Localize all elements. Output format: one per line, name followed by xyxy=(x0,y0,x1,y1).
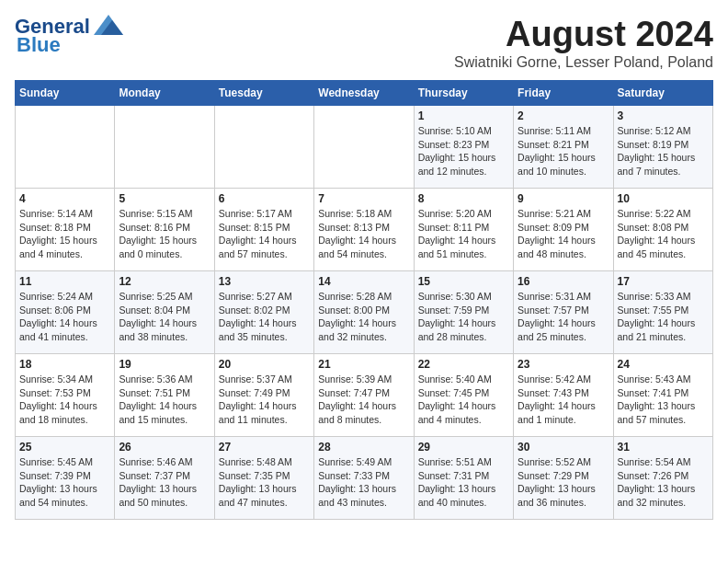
day-number: 7 xyxy=(318,192,409,205)
col-header-thursday: Thursday xyxy=(414,81,513,106)
subtitle: Swiatniki Gorne, Lesser Poland, Poland xyxy=(454,54,713,71)
day-info: Sunrise: 5:14 AM Sunset: 8:18 PM Dayligh… xyxy=(19,207,110,261)
day-number: 20 xyxy=(219,358,310,371)
calendar-cell: 15Sunrise: 5:30 AM Sunset: 7:59 PM Dayli… xyxy=(414,271,513,354)
calendar-cell: 17Sunrise: 5:33 AM Sunset: 7:55 PM Dayli… xyxy=(613,271,712,354)
logo-icon xyxy=(94,15,123,35)
col-header-sunday: Sunday xyxy=(16,81,115,106)
calendar-cell: 27Sunrise: 5:48 AM Sunset: 7:35 PM Dayli… xyxy=(214,437,313,520)
day-info: Sunrise: 5:21 AM Sunset: 8:09 PM Dayligh… xyxy=(518,207,609,261)
calendar-cell: 30Sunrise: 5:52 AM Sunset: 7:29 PM Dayli… xyxy=(514,437,613,520)
calendar-cell: 29Sunrise: 5:51 AM Sunset: 7:31 PM Dayli… xyxy=(414,437,513,520)
day-number: 21 xyxy=(318,358,409,371)
day-number: 1 xyxy=(418,109,509,122)
calendar-cell: 18Sunrise: 5:34 AM Sunset: 7:53 PM Dayli… xyxy=(16,354,115,437)
day-number: 26 xyxy=(119,441,210,454)
calendar-cell xyxy=(16,106,115,189)
calendar-cell: 19Sunrise: 5:36 AM Sunset: 7:51 PM Dayli… xyxy=(115,354,214,437)
day-info: Sunrise: 5:45 AM Sunset: 7:39 PM Dayligh… xyxy=(19,455,110,510)
calendar-week-3: 11Sunrise: 5:24 AM Sunset: 8:06 PM Dayli… xyxy=(16,271,713,354)
calendar-cell: 7Sunrise: 5:18 AM Sunset: 8:13 PM Daylig… xyxy=(314,189,414,271)
calendar-cell: 21Sunrise: 5:39 AM Sunset: 7:47 PM Dayli… xyxy=(314,354,414,437)
col-header-tuesday: Tuesday xyxy=(214,81,313,106)
calendar-cell: 9Sunrise: 5:21 AM Sunset: 8:09 PM Daylig… xyxy=(514,189,613,271)
day-info: Sunrise: 5:24 AM Sunset: 8:06 PM Dayligh… xyxy=(19,290,110,344)
day-number: 10 xyxy=(618,192,709,205)
day-info: Sunrise: 5:33 AM Sunset: 7:55 PM Dayligh… xyxy=(618,290,709,344)
main-title: August 2024 xyxy=(454,15,713,54)
day-info: Sunrise: 5:28 AM Sunset: 8:00 PM Dayligh… xyxy=(318,290,409,344)
calendar-cell xyxy=(314,106,414,189)
calendar-cell: 25Sunrise: 5:45 AM Sunset: 7:39 PM Dayli… xyxy=(16,437,115,520)
calendar-cell xyxy=(115,106,214,189)
day-number: 14 xyxy=(318,275,409,288)
day-number: 15 xyxy=(418,275,509,288)
day-number: 11 xyxy=(19,275,110,288)
calendar-cell: 28Sunrise: 5:49 AM Sunset: 7:33 PM Dayli… xyxy=(314,437,414,520)
day-info: Sunrise: 5:11 AM Sunset: 8:21 PM Dayligh… xyxy=(518,124,609,178)
day-number: 4 xyxy=(19,192,110,205)
calendar-cell: 3Sunrise: 5:12 AM Sunset: 8:19 PM Daylig… xyxy=(613,106,712,189)
day-info: Sunrise: 5:18 AM Sunset: 8:13 PM Dayligh… xyxy=(318,207,409,261)
day-info: Sunrise: 5:51 AM Sunset: 7:31 PM Dayligh… xyxy=(418,455,509,510)
day-number: 8 xyxy=(418,192,509,205)
calendar-cell: 14Sunrise: 5:28 AM Sunset: 8:00 PM Dayli… xyxy=(314,271,414,354)
calendar-week-4: 18Sunrise: 5:34 AM Sunset: 7:53 PM Dayli… xyxy=(16,354,713,437)
calendar-cell: 12Sunrise: 5:25 AM Sunset: 8:04 PM Dayli… xyxy=(115,271,214,354)
day-info: Sunrise: 5:30 AM Sunset: 7:59 PM Dayligh… xyxy=(418,290,509,344)
calendar-week-2: 4Sunrise: 5:14 AM Sunset: 8:18 PM Daylig… xyxy=(16,189,713,271)
day-info: Sunrise: 5:27 AM Sunset: 8:02 PM Dayligh… xyxy=(219,290,310,344)
day-number: 22 xyxy=(418,358,509,371)
day-info: Sunrise: 5:10 AM Sunset: 8:23 PM Dayligh… xyxy=(418,124,509,178)
title-area: August 2024 Swiatniki Gorne, Lesser Pola… xyxy=(454,15,713,71)
calendar-cell: 8Sunrise: 5:20 AM Sunset: 8:11 PM Daylig… xyxy=(414,189,513,271)
day-number: 31 xyxy=(618,441,709,454)
col-header-saturday: Saturday xyxy=(613,81,712,106)
day-info: Sunrise: 5:36 AM Sunset: 7:51 PM Dayligh… xyxy=(119,373,210,427)
day-number: 23 xyxy=(518,358,609,371)
calendar-cell: 1Sunrise: 5:10 AM Sunset: 8:23 PM Daylig… xyxy=(414,106,513,189)
day-info: Sunrise: 5:34 AM Sunset: 7:53 PM Dayligh… xyxy=(19,373,110,427)
day-info: Sunrise: 5:43 AM Sunset: 7:41 PM Dayligh… xyxy=(618,373,709,427)
day-number: 9 xyxy=(518,192,609,205)
day-info: Sunrise: 5:54 AM Sunset: 7:26 PM Dayligh… xyxy=(618,455,709,510)
col-header-friday: Friday xyxy=(514,81,613,106)
day-number: 5 xyxy=(119,192,210,205)
day-info: Sunrise: 5:22 AM Sunset: 8:08 PM Dayligh… xyxy=(618,207,709,261)
calendar-cell: 26Sunrise: 5:46 AM Sunset: 7:37 PM Dayli… xyxy=(115,437,214,520)
day-number: 13 xyxy=(219,275,310,288)
day-number: 25 xyxy=(19,441,110,454)
calendar-cell: 23Sunrise: 5:42 AM Sunset: 7:43 PM Dayli… xyxy=(514,354,613,437)
day-info: Sunrise: 5:15 AM Sunset: 8:16 PM Dayligh… xyxy=(119,207,210,261)
day-number: 18 xyxy=(19,358,110,371)
calendar-cell: 2Sunrise: 5:11 AM Sunset: 8:21 PM Daylig… xyxy=(514,106,613,189)
day-number: 12 xyxy=(119,275,210,288)
header: General Blue August 2024 Swiatniki Gorne… xyxy=(15,15,713,71)
calendar-cell: 16Sunrise: 5:31 AM Sunset: 7:57 PM Dayli… xyxy=(514,271,613,354)
day-number: 30 xyxy=(518,441,609,454)
day-number: 16 xyxy=(518,275,609,288)
day-number: 17 xyxy=(618,275,709,288)
calendar-cell: 13Sunrise: 5:27 AM Sunset: 8:02 PM Dayli… xyxy=(214,271,313,354)
calendar-cell: 11Sunrise: 5:24 AM Sunset: 8:06 PM Dayli… xyxy=(16,271,115,354)
calendar-cell: 22Sunrise: 5:40 AM Sunset: 7:45 PM Dayli… xyxy=(414,354,513,437)
day-number: 27 xyxy=(219,441,310,454)
calendar-cell: 6Sunrise: 5:17 AM Sunset: 8:15 PM Daylig… xyxy=(214,189,313,271)
day-number: 29 xyxy=(418,441,509,454)
day-info: Sunrise: 5:25 AM Sunset: 8:04 PM Dayligh… xyxy=(119,290,210,344)
day-info: Sunrise: 5:31 AM Sunset: 7:57 PM Dayligh… xyxy=(518,290,609,344)
day-info: Sunrise: 5:52 AM Sunset: 7:29 PM Dayligh… xyxy=(518,455,609,510)
calendar-cell: 10Sunrise: 5:22 AM Sunset: 8:08 PM Dayli… xyxy=(613,189,712,271)
day-info: Sunrise: 5:48 AM Sunset: 7:35 PM Dayligh… xyxy=(219,455,310,510)
logo-text-blue: Blue xyxy=(17,33,61,57)
day-info: Sunrise: 5:49 AM Sunset: 7:33 PM Dayligh… xyxy=(318,455,409,510)
calendar-week-5: 25Sunrise: 5:45 AM Sunset: 7:39 PM Dayli… xyxy=(16,437,713,520)
col-header-monday: Monday xyxy=(115,81,214,106)
day-number: 3 xyxy=(618,109,709,122)
calendar-cell: 5Sunrise: 5:15 AM Sunset: 8:16 PM Daylig… xyxy=(115,189,214,271)
day-number: 2 xyxy=(518,109,609,122)
col-header-wednesday: Wednesday xyxy=(314,81,414,106)
calendar-table: SundayMondayTuesdayWednesdayThursdayFrid… xyxy=(15,80,713,520)
day-info: Sunrise: 5:20 AM Sunset: 8:11 PM Dayligh… xyxy=(418,207,509,261)
day-info: Sunrise: 5:46 AM Sunset: 7:37 PM Dayligh… xyxy=(119,455,210,510)
